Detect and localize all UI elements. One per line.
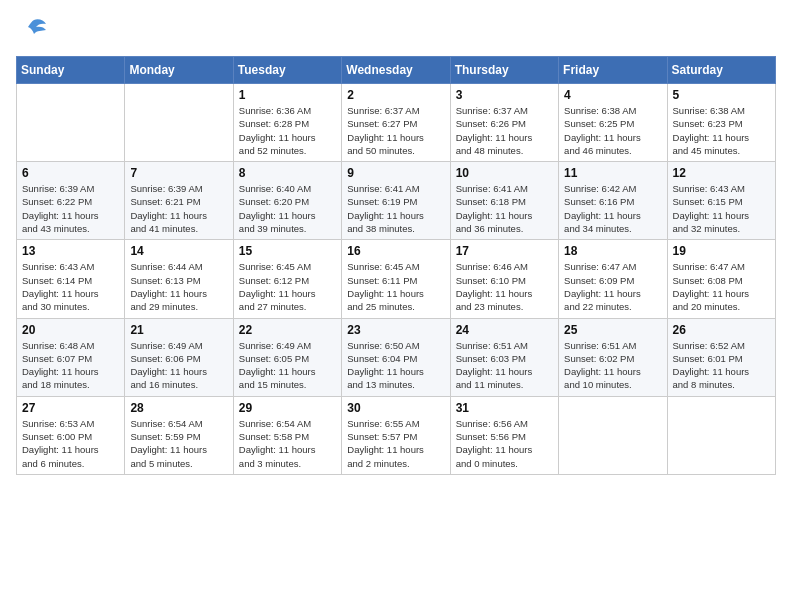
day-detail: Sunrise: 6:47 AM Sunset: 6:08 PM Dayligh… xyxy=(673,260,770,313)
day-detail: Sunrise: 6:40 AM Sunset: 6:20 PM Dayligh… xyxy=(239,182,336,235)
day-detail: Sunrise: 6:52 AM Sunset: 6:01 PM Dayligh… xyxy=(673,339,770,392)
calendar-cell: 10Sunrise: 6:41 AM Sunset: 6:18 PM Dayli… xyxy=(450,162,558,240)
day-number: 13 xyxy=(22,244,119,258)
calendar-cell: 17Sunrise: 6:46 AM Sunset: 6:10 PM Dayli… xyxy=(450,240,558,318)
day-number: 1 xyxy=(239,88,336,102)
day-number: 20 xyxy=(22,323,119,337)
calendar-cell xyxy=(17,84,125,162)
day-number: 31 xyxy=(456,401,553,415)
calendar-cell: 2Sunrise: 6:37 AM Sunset: 6:27 PM Daylig… xyxy=(342,84,450,162)
day-detail: Sunrise: 6:48 AM Sunset: 6:07 PM Dayligh… xyxy=(22,339,119,392)
day-number: 21 xyxy=(130,323,227,337)
logo xyxy=(16,16,48,48)
day-detail: Sunrise: 6:41 AM Sunset: 6:19 PM Dayligh… xyxy=(347,182,444,235)
day-detail: Sunrise: 6:49 AM Sunset: 6:05 PM Dayligh… xyxy=(239,339,336,392)
calendar-cell: 14Sunrise: 6:44 AM Sunset: 6:13 PM Dayli… xyxy=(125,240,233,318)
day-number: 17 xyxy=(456,244,553,258)
calendar-cell: 26Sunrise: 6:52 AM Sunset: 6:01 PM Dayli… xyxy=(667,318,775,396)
day-number: 26 xyxy=(673,323,770,337)
day-detail: Sunrise: 6:37 AM Sunset: 6:26 PM Dayligh… xyxy=(456,104,553,157)
calendar-cell: 23Sunrise: 6:50 AM Sunset: 6:04 PM Dayli… xyxy=(342,318,450,396)
calendar-cell xyxy=(125,84,233,162)
calendar-cell: 5Sunrise: 6:38 AM Sunset: 6:23 PM Daylig… xyxy=(667,84,775,162)
calendar-week-row: 20Sunrise: 6:48 AM Sunset: 6:07 PM Dayli… xyxy=(17,318,776,396)
calendar-cell: 16Sunrise: 6:45 AM Sunset: 6:11 PM Dayli… xyxy=(342,240,450,318)
day-number: 12 xyxy=(673,166,770,180)
calendar-header-thursday: Thursday xyxy=(450,57,558,84)
calendar-cell: 28Sunrise: 6:54 AM Sunset: 5:59 PM Dayli… xyxy=(125,396,233,474)
day-detail: Sunrise: 6:44 AM Sunset: 6:13 PM Dayligh… xyxy=(130,260,227,313)
day-number: 7 xyxy=(130,166,227,180)
calendar-cell xyxy=(667,396,775,474)
day-number: 28 xyxy=(130,401,227,415)
calendar-cell: 8Sunrise: 6:40 AM Sunset: 6:20 PM Daylig… xyxy=(233,162,341,240)
day-detail: Sunrise: 6:36 AM Sunset: 6:28 PM Dayligh… xyxy=(239,104,336,157)
day-detail: Sunrise: 6:50 AM Sunset: 6:04 PM Dayligh… xyxy=(347,339,444,392)
calendar-week-row: 13Sunrise: 6:43 AM Sunset: 6:14 PM Dayli… xyxy=(17,240,776,318)
day-number: 8 xyxy=(239,166,336,180)
calendar-cell: 25Sunrise: 6:51 AM Sunset: 6:02 PM Dayli… xyxy=(559,318,667,396)
calendar-week-row: 27Sunrise: 6:53 AM Sunset: 6:00 PM Dayli… xyxy=(17,396,776,474)
day-detail: Sunrise: 6:47 AM Sunset: 6:09 PM Dayligh… xyxy=(564,260,661,313)
day-number: 29 xyxy=(239,401,336,415)
calendar-cell: 7Sunrise: 6:39 AM Sunset: 6:21 PM Daylig… xyxy=(125,162,233,240)
day-number: 22 xyxy=(239,323,336,337)
day-number: 15 xyxy=(239,244,336,258)
day-number: 19 xyxy=(673,244,770,258)
day-number: 5 xyxy=(673,88,770,102)
calendar-week-row: 6Sunrise: 6:39 AM Sunset: 6:22 PM Daylig… xyxy=(17,162,776,240)
calendar-cell: 9Sunrise: 6:41 AM Sunset: 6:19 PM Daylig… xyxy=(342,162,450,240)
day-detail: Sunrise: 6:46 AM Sunset: 6:10 PM Dayligh… xyxy=(456,260,553,313)
calendar-cell: 27Sunrise: 6:53 AM Sunset: 6:00 PM Dayli… xyxy=(17,396,125,474)
calendar-cell: 20Sunrise: 6:48 AM Sunset: 6:07 PM Dayli… xyxy=(17,318,125,396)
day-detail: Sunrise: 6:51 AM Sunset: 6:03 PM Dayligh… xyxy=(456,339,553,392)
day-detail: Sunrise: 6:45 AM Sunset: 6:12 PM Dayligh… xyxy=(239,260,336,313)
day-detail: Sunrise: 6:54 AM Sunset: 5:59 PM Dayligh… xyxy=(130,417,227,470)
calendar-header-sunday: Sunday xyxy=(17,57,125,84)
day-number: 9 xyxy=(347,166,444,180)
day-number: 16 xyxy=(347,244,444,258)
calendar-cell: 1Sunrise: 6:36 AM Sunset: 6:28 PM Daylig… xyxy=(233,84,341,162)
calendar-header-saturday: Saturday xyxy=(667,57,775,84)
day-detail: Sunrise: 6:39 AM Sunset: 6:21 PM Dayligh… xyxy=(130,182,227,235)
calendar-header-wednesday: Wednesday xyxy=(342,57,450,84)
calendar-week-row: 1Sunrise: 6:36 AM Sunset: 6:28 PM Daylig… xyxy=(17,84,776,162)
day-number: 24 xyxy=(456,323,553,337)
calendar: SundayMondayTuesdayWednesdayThursdayFrid… xyxy=(16,56,776,475)
calendar-header-row: SundayMondayTuesdayWednesdayThursdayFrid… xyxy=(17,57,776,84)
day-detail: Sunrise: 6:42 AM Sunset: 6:16 PM Dayligh… xyxy=(564,182,661,235)
calendar-cell: 31Sunrise: 6:56 AM Sunset: 5:56 PM Dayli… xyxy=(450,396,558,474)
calendar-cell: 15Sunrise: 6:45 AM Sunset: 6:12 PM Dayli… xyxy=(233,240,341,318)
calendar-cell: 12Sunrise: 6:43 AM Sunset: 6:15 PM Dayli… xyxy=(667,162,775,240)
calendar-cell: 13Sunrise: 6:43 AM Sunset: 6:14 PM Dayli… xyxy=(17,240,125,318)
calendar-cell: 6Sunrise: 6:39 AM Sunset: 6:22 PM Daylig… xyxy=(17,162,125,240)
day-number: 18 xyxy=(564,244,661,258)
calendar-cell: 30Sunrise: 6:55 AM Sunset: 5:57 PM Dayli… xyxy=(342,396,450,474)
calendar-cell xyxy=(559,396,667,474)
day-detail: Sunrise: 6:43 AM Sunset: 6:15 PM Dayligh… xyxy=(673,182,770,235)
day-number: 11 xyxy=(564,166,661,180)
logo-bird-icon xyxy=(20,16,48,48)
day-number: 25 xyxy=(564,323,661,337)
day-detail: Sunrise: 6:53 AM Sunset: 6:00 PM Dayligh… xyxy=(22,417,119,470)
day-detail: Sunrise: 6:39 AM Sunset: 6:22 PM Dayligh… xyxy=(22,182,119,235)
calendar-cell: 3Sunrise: 6:37 AM Sunset: 6:26 PM Daylig… xyxy=(450,84,558,162)
day-detail: Sunrise: 6:54 AM Sunset: 5:58 PM Dayligh… xyxy=(239,417,336,470)
calendar-cell: 19Sunrise: 6:47 AM Sunset: 6:08 PM Dayli… xyxy=(667,240,775,318)
calendar-header-tuesday: Tuesday xyxy=(233,57,341,84)
calendar-header-friday: Friday xyxy=(559,57,667,84)
day-detail: Sunrise: 6:38 AM Sunset: 6:23 PM Dayligh… xyxy=(673,104,770,157)
day-number: 4 xyxy=(564,88,661,102)
day-detail: Sunrise: 6:49 AM Sunset: 6:06 PM Dayligh… xyxy=(130,339,227,392)
day-detail: Sunrise: 6:38 AM Sunset: 6:25 PM Dayligh… xyxy=(564,104,661,157)
day-number: 10 xyxy=(456,166,553,180)
calendar-cell: 29Sunrise: 6:54 AM Sunset: 5:58 PM Dayli… xyxy=(233,396,341,474)
calendar-cell: 18Sunrise: 6:47 AM Sunset: 6:09 PM Dayli… xyxy=(559,240,667,318)
day-number: 27 xyxy=(22,401,119,415)
day-number: 23 xyxy=(347,323,444,337)
calendar-cell: 4Sunrise: 6:38 AM Sunset: 6:25 PM Daylig… xyxy=(559,84,667,162)
calendar-cell: 24Sunrise: 6:51 AM Sunset: 6:03 PM Dayli… xyxy=(450,318,558,396)
day-detail: Sunrise: 6:43 AM Sunset: 6:14 PM Dayligh… xyxy=(22,260,119,313)
day-number: 2 xyxy=(347,88,444,102)
calendar-cell: 11Sunrise: 6:42 AM Sunset: 6:16 PM Dayli… xyxy=(559,162,667,240)
